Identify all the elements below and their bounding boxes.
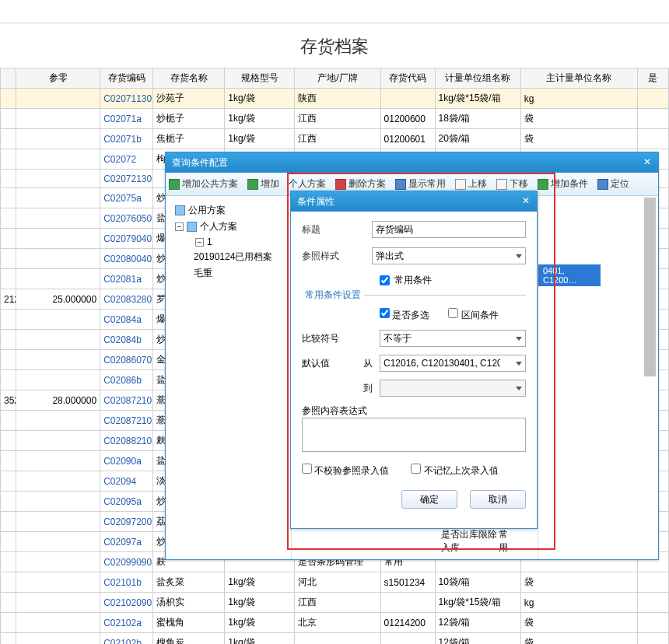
tree-item[interactable]: −1 (172, 235, 285, 249)
title-input[interactable] (372, 221, 526, 238)
move-up-button[interactable]: 上移 (455, 177, 487, 191)
refstyle-select[interactable]: 弹出式 (372, 247, 526, 264)
overlay-titlebar[interactable]: 查询条件配置 ✕ (166, 152, 658, 173)
cancel-button[interactable]: 取消 (470, 490, 526, 509)
personal-plan-button[interactable]: 个人方案 (289, 177, 326, 191)
th-code[interactable]: 存货编码 (100, 68, 153, 89)
table-row[interactable]: C02102a蜜槐角1kg/袋北京0121420012袋/箱袋 (1, 613, 669, 633)
default-from-select[interactable]: C12016, C120130401, C12009… (380, 355, 526, 372)
add-condition-button[interactable]: 增加条件 (538, 177, 588, 191)
right-list-panel: 0401, C1200… (538, 196, 658, 559)
close-icon[interactable]: ✕ (520, 195, 532, 208)
collapse-icon[interactable]: − (175, 222, 184, 231)
th-name[interactable]: 存货名称 (153, 68, 225, 89)
expr-label: 参照内容表达式 (302, 404, 526, 418)
show-common-button[interactable]: 显示常用 (395, 177, 446, 191)
tree-item[interactable]: 20190124已用档案 (172, 249, 285, 265)
table-header-row: 参零 存货编码 存货名称 规格型号 产地/厂牌 存货代码 计量单位组名称 主计量… (1, 68, 669, 89)
no-remember-checkbox[interactable] (411, 464, 421, 474)
common-condition-label: 常用条件 (394, 274, 432, 287)
chevron-down-icon (516, 337, 522, 341)
refstyle-label: 参照样式 (302, 250, 372, 263)
table-row[interactable]: C02071b焦栀子1kg/袋江西0120060120袋/箱袋 (1, 129, 669, 149)
th-unit[interactable]: 主计量单位名称 (520, 68, 637, 89)
overlay-title-text: 查询条件配置 (172, 157, 228, 168)
th-ref[interactable]: 参零 (16, 68, 100, 89)
chevron-down-icon (516, 254, 522, 258)
th-spec[interactable]: 规格型号 (225, 68, 295, 89)
collapse-icon[interactable]: − (195, 238, 204, 247)
add-button[interactable]: 增加 (247, 177, 279, 191)
table-row[interactable]: C02071a炒栀子1kg/袋江西0120060018袋/箱袋 (1, 109, 669, 129)
th-last[interactable]: 是 (637, 68, 668, 89)
compare-label: 比较符号 (302, 332, 356, 345)
th-stockcd[interactable]: 存货代码 (380, 68, 435, 89)
prop-titlebar[interactable]: 条件属性 ✕ (291, 191, 537, 212)
common-condition-checkbox[interactable] (380, 275, 390, 285)
prop-title-text: 条件属性 (297, 196, 334, 207)
tree-personal-plan[interactable]: −个人方案 (172, 219, 285, 235)
delete-plan-button[interactable]: 删除方案 (335, 177, 386, 191)
th-group[interactable]: 计量单位组名称 (435, 68, 520, 89)
table-row[interactable]: C020711301沙苑子1kg/袋陕西1kg/袋*15袋/箱kg (1, 89, 669, 109)
locate-button[interactable]: 定位 (597, 177, 629, 191)
vertical-scrollbar[interactable] (644, 198, 656, 376)
folder-icon (175, 205, 185, 215)
to-label: 到 (356, 382, 380, 395)
range-condition-checkbox[interactable] (448, 308, 458, 318)
selected-value-chip[interactable]: 0401, C1200… (538, 264, 601, 286)
ok-button[interactable]: 确定 (401, 490, 457, 509)
multi-select-checkbox[interactable] (380, 308, 390, 318)
chevron-down-icon (516, 387, 522, 390)
add-public-plan-button[interactable]: 增加公共方案 (169, 177, 238, 191)
title-label: 标题 (302, 223, 372, 236)
fieldset-legend: 常用条件设置 (302, 289, 364, 302)
prop-outremove-value: 常用 (499, 528, 513, 555)
default-label: 默认值 (302, 357, 356, 370)
prop-outremove-label: 是否出库限除入库 (441, 528, 499, 555)
page-title: 存货档案 (0, 23, 669, 68)
close-icon[interactable]: ✕ (641, 156, 653, 169)
folder-icon (187, 222, 197, 232)
table-row[interactable]: C021020901汤枳实1kg/袋江西1kg/袋*15袋/箱kg (1, 593, 669, 613)
tree-item[interactable]: 毛重 (172, 265, 285, 282)
table-row[interactable]: C02102b槐角炭1kg/袋12袋/箱袋 (1, 633, 669, 645)
compare-select[interactable]: 不等于 (380, 330, 526, 347)
th-origin[interactable]: 产地/厂牌 (295, 68, 380, 89)
table-row[interactable]: C02101b盐炙菜1kg/袋河北s150123410袋/箱袋 (1, 572, 669, 593)
from-label: 从 (356, 357, 380, 370)
expr-textarea[interactable] (302, 418, 526, 452)
chevron-down-icon (516, 362, 522, 366)
move-down-button[interactable]: 下移 (496, 177, 528, 191)
condition-property-dialog: 条件属性 ✕ 标题 参照样式 弹出式 常用条件 常用条件设置 是否多选 区间条件… (290, 191, 538, 529)
no-verify-checkbox[interactable] (302, 464, 312, 474)
plan-tree[interactable]: 公用方案 −个人方案 −1 20190124已用档案 毛重 (166, 196, 292, 559)
default-to-select[interactable] (380, 380, 526, 397)
tree-public-plan[interactable]: 公用方案 (172, 202, 285, 219)
